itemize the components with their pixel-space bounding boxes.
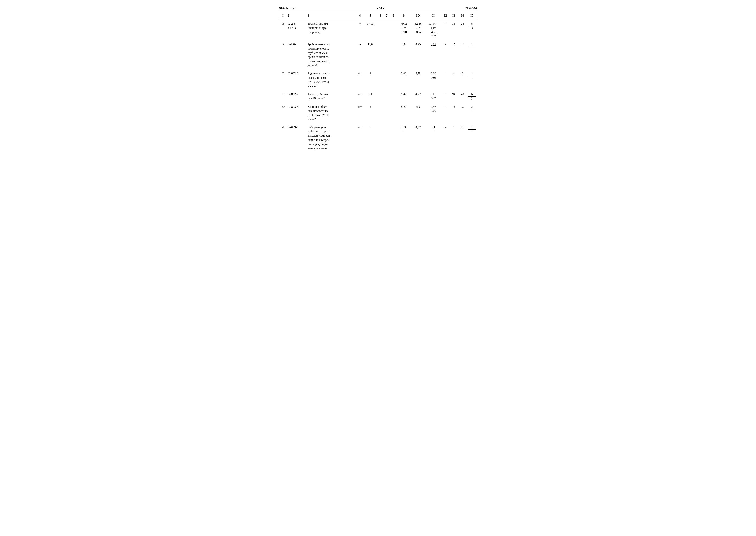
row21-col12: – <box>442 122 449 151</box>
col-header-9: 9 <box>397 12 411 19</box>
row18-col7 <box>383 68 390 89</box>
row17-col9: 0,8 <box>397 39 411 68</box>
row20-col6 <box>377 102 383 122</box>
row18-col11: 0,06 0,0I <box>425 68 442 89</box>
row16-col11: I3,3x – I,I= I4,63 7,I2 <box>425 19 442 39</box>
row17-col3: Трубопроводы изполиэтиленовыхтруб Д=50 м… <box>307 39 356 68</box>
col-header-4: 4 <box>356 12 364 19</box>
row16-col3: То же,Д=I59 мм(напорный тру-бопровод) <box>307 19 356 39</box>
row17-col11: 0,02 <box>425 39 442 68</box>
row21-col3: Отборное уст-ройство с разде-лителем мем… <box>307 122 356 151</box>
row16-col14: 28 <box>458 19 467 39</box>
col-header-14: I4 <box>458 12 467 19</box>
row19-col8 <box>390 89 397 102</box>
doc-paren: ( x ) <box>291 7 296 10</box>
row17-col10: 0,75 <box>411 39 425 68</box>
row18-col13: 4 <box>449 68 458 89</box>
row18-col5: 2 <box>364 68 377 89</box>
row17-col6 <box>377 39 383 68</box>
col-header-5: 5 <box>364 12 377 19</box>
row20-col10: 4,3 <box>411 102 425 122</box>
row18-col10: I,7I <box>411 68 425 89</box>
row19-col1: I9 <box>279 89 287 102</box>
row21-col8 <box>390 122 397 151</box>
doc-number: 79302-10 <box>464 7 477 10</box>
table-row: I9 I2-802-7 То же,Д=I59 ммРу= I6 кг/см2 … <box>279 89 477 102</box>
table-row: I7 I2-II8-I Трубопроводы изполиэтиленовы… <box>279 39 477 68</box>
row21-col14: 3 <box>458 122 467 151</box>
row16-col13: 35 <box>449 19 458 39</box>
row16-col10: 62,4xI,I=68,64 <box>411 19 425 39</box>
row16-col9: 79,IxI,I=87,0I <box>397 19 411 39</box>
row19-col13: 94 <box>449 89 458 102</box>
row18-col9: 2,08 <box>397 68 411 89</box>
row19-col14: 48 <box>458 89 467 102</box>
table-row: 20 I2-803-5 Клапаны обрат-ные поворотные… <box>279 102 477 122</box>
row19-col4: шт <box>356 89 364 102</box>
table-row: I8 I2-802-3 Задвижки чугун-ные фланцевые… <box>279 68 477 89</box>
row19-col12: – <box>442 89 449 102</box>
row19-col3: То же,Д=I59 ммРу= I6 кг/см2 <box>307 89 356 102</box>
row21-col5: 6 <box>364 122 377 151</box>
row17-col1: I7 <box>279 39 287 68</box>
col-header-1: I <box>279 12 287 19</box>
row20-col11: 0,56 0,09 <box>425 102 442 122</box>
row21-col7 <box>383 122 390 151</box>
col-header-7: 7 <box>383 12 390 19</box>
row20-col4: шт <box>356 102 364 122</box>
row16-col2: I2-2-8т.ч.п.3 <box>287 19 307 39</box>
column-header-row: I 2 3 4 5 6 7 8 9 IO II I2 I3 I4 I5 <box>279 12 477 19</box>
row16-col4: т <box>356 19 364 39</box>
row20-col9: 5,22 <box>397 102 411 122</box>
row21-col13: 7 <box>449 122 458 151</box>
row16-col1: I6 <box>279 19 287 39</box>
row21-col9: I,I9– <box>397 122 411 151</box>
row18-col6 <box>377 68 383 89</box>
row20-col14: I3 <box>458 102 467 122</box>
table-row: I6 I2-2-8т.ч.п.3 То же,Д=I59 мм(напорный… <box>279 19 477 39</box>
row18-col12: – <box>442 68 449 89</box>
row17-col8 <box>390 39 397 68</box>
row17-col13: I2 <box>449 39 458 68</box>
row20-col5: 3 <box>364 102 377 122</box>
row20-col13: I6 <box>449 102 458 122</box>
row20-col8 <box>390 102 397 122</box>
row18-col15: – – <box>467 68 477 89</box>
col-header-11: II <box>425 12 442 19</box>
row19-col7 <box>383 89 390 102</box>
row19-col10: 4,77 <box>411 89 425 102</box>
header-center: - 60 - <box>377 7 384 10</box>
row16-col8 <box>390 19 397 39</box>
header-left: 902-I- ( x ) <box>279 7 296 10</box>
main-table: I 2 3 4 5 6 7 8 9 IO II I2 I3 I4 I5 I6 I… <box>279 12 477 151</box>
row19-col9: 9,42 <box>397 89 411 102</box>
main-table-wrap: I 2 3 4 5 6 7 8 9 IO II I2 I3 I4 I5 I6 I… <box>279 12 477 151</box>
row18-col2: I2-802-3 <box>287 68 307 89</box>
col-header-12: I2 <box>442 12 449 19</box>
row18-col1: I8 <box>279 68 287 89</box>
row18-col4: шт <box>356 68 364 89</box>
row20-col2: I2-803-5 <box>287 102 307 122</box>
row20-col15: 2 – <box>467 102 477 122</box>
row16-col5: 0,403 <box>364 19 377 39</box>
page-header: 902-I- ( x ) - 60 - 79302-10 <box>279 7 477 10</box>
row20-col7 <box>383 102 390 122</box>
row17-col5: I5,0 <box>364 39 377 68</box>
col-header-6: 6 <box>377 12 383 19</box>
row17-col14: II <box>458 39 467 68</box>
row18-col14: 3 <box>458 68 467 89</box>
row17-col15: I <box>467 39 477 68</box>
doc-code: 902-I- <box>279 7 288 10</box>
row18-col8 <box>390 68 397 89</box>
col-header-3: 3 <box>307 12 356 19</box>
row20-col12: – <box>442 102 449 122</box>
row21-col1: 2I <box>279 122 287 151</box>
row21-col10: 0,52 <box>411 122 425 151</box>
col-header-15: I5 <box>467 12 477 19</box>
row19-col2: I2-802-7 <box>287 89 307 102</box>
row18-col3: Задвижки чугун-ные фланцевыеД= 50 мм РУ=… <box>307 68 356 89</box>
row17-col12: – <box>442 39 449 68</box>
row17-col2: I2-II8-I <box>287 39 307 68</box>
col-header-8: 8 <box>390 12 397 19</box>
row21-col6 <box>377 122 383 151</box>
